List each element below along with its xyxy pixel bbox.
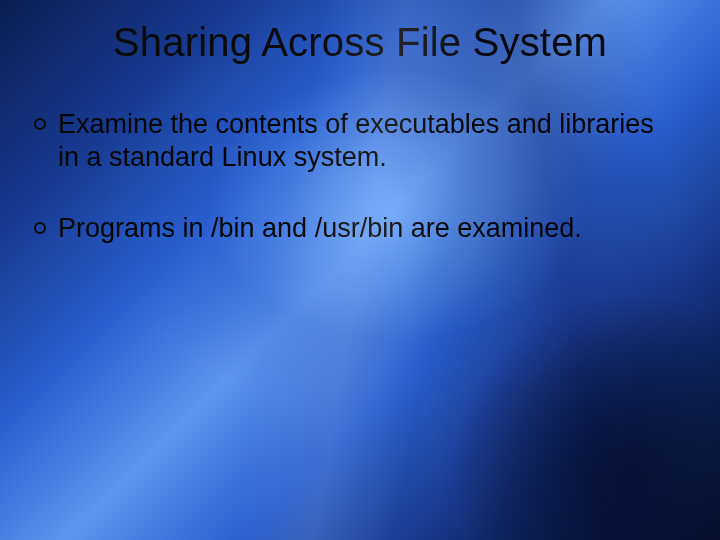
slide-body: Examine the contents of executables and … xyxy=(34,108,680,283)
slide: Sharing Across File System Examine the c… xyxy=(0,0,720,540)
slide-title: Sharing Across File System xyxy=(0,20,720,65)
bullet-icon xyxy=(34,118,46,130)
bullet-item: Examine the contents of executables and … xyxy=(34,108,680,174)
bullet-text: Examine the contents of executables and … xyxy=(58,109,654,172)
bullet-item: Programs in /bin and /usr/bin are examin… xyxy=(34,212,680,245)
bullet-text: Programs in /bin and /usr/bin are examin… xyxy=(58,213,582,243)
bullet-icon xyxy=(34,222,46,234)
